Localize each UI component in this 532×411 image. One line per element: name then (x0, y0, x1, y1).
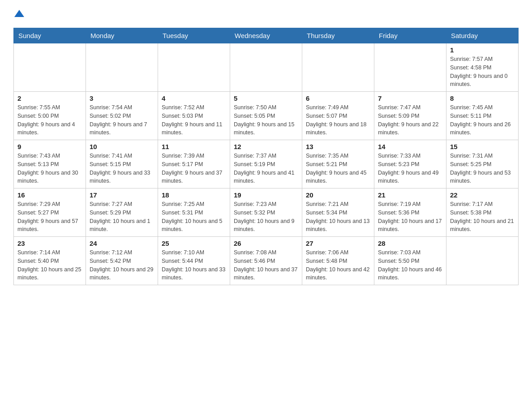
day-info: Sunrise: 7:06 AM Sunset: 5:48 PM Dayligh… (306, 248, 370, 282)
day-number: 24 (90, 240, 154, 247)
calendar-cell: 4Sunrise: 7:52 AM Sunset: 5:03 PM Daylig… (158, 92, 230, 140)
calendar-cell: 10Sunrise: 7:41 AM Sunset: 5:15 PM Dayli… (86, 140, 158, 188)
weekday-header-friday: Friday (374, 28, 446, 43)
day-number: 9 (17, 143, 82, 150)
logo (13, 9, 24, 21)
day-info: Sunrise: 7:43 AM Sunset: 5:13 PM Dayligh… (17, 152, 82, 185)
day-info: Sunrise: 7:37 AM Sunset: 5:19 PM Dayligh… (234, 152, 298, 185)
day-info: Sunrise: 7:54 AM Sunset: 5:02 PM Dayligh… (90, 103, 154, 137)
calendar-week-3: 9Sunrise: 7:43 AM Sunset: 5:13 PM Daylig… (14, 140, 519, 188)
calendar-cell: 28Sunrise: 7:03 AM Sunset: 5:50 PM Dayli… (374, 237, 446, 285)
calendar-cell: 12Sunrise: 7:37 AM Sunset: 5:19 PM Dayli… (230, 140, 302, 188)
day-info: Sunrise: 7:49 AM Sunset: 5:07 PM Dayligh… (306, 103, 370, 137)
day-info: Sunrise: 7:39 AM Sunset: 5:17 PM Dayligh… (162, 152, 226, 185)
calendar-cell: 21Sunrise: 7:19 AM Sunset: 5:36 PM Dayli… (374, 188, 446, 237)
day-number: 23 (17, 240, 82, 247)
calendar-cell: 5Sunrise: 7:50 AM Sunset: 5:05 PM Daylig… (230, 92, 302, 140)
day-number: 12 (234, 143, 298, 150)
calendar-cell: 25Sunrise: 7:10 AM Sunset: 5:44 PM Dayli… (158, 237, 230, 285)
calendar-cell: 17Sunrise: 7:27 AM Sunset: 5:29 PM Dayli… (86, 188, 158, 237)
day-number: 18 (162, 191, 226, 199)
day-number: 16 (17, 191, 82, 199)
day-info: Sunrise: 7:52 AM Sunset: 5:03 PM Dayligh… (162, 103, 226, 137)
day-number: 28 (378, 240, 442, 247)
day-info: Sunrise: 7:10 AM Sunset: 5:44 PM Dayligh… (162, 248, 226, 282)
day-number: 4 (162, 94, 226, 102)
day-number: 21 (378, 191, 442, 199)
day-number: 19 (234, 191, 298, 199)
svg-marker-0 (14, 10, 24, 17)
calendar-cell: 8Sunrise: 7:45 AM Sunset: 5:11 PM Daylig… (446, 92, 519, 140)
calendar-cell: 15Sunrise: 7:31 AM Sunset: 5:25 PM Dayli… (446, 140, 519, 188)
calendar-cell: 3Sunrise: 7:54 AM Sunset: 5:02 PM Daylig… (86, 92, 158, 140)
day-info: Sunrise: 7:21 AM Sunset: 5:34 PM Dayligh… (306, 200, 370, 234)
calendar-cell: 23Sunrise: 7:14 AM Sunset: 5:40 PM Dayli… (14, 237, 86, 285)
calendar-cell: 20Sunrise: 7:21 AM Sunset: 5:34 PM Dayli… (302, 188, 374, 237)
calendar-cell: 1Sunrise: 7:57 AM Sunset: 4:58 PM Daylig… (446, 43, 519, 92)
calendar-cell: 27Sunrise: 7:06 AM Sunset: 5:48 PM Dayli… (302, 237, 374, 285)
calendar-cell: 7Sunrise: 7:47 AM Sunset: 5:09 PM Daylig… (374, 92, 446, 140)
day-info: Sunrise: 7:45 AM Sunset: 5:11 PM Dayligh… (450, 103, 515, 137)
day-info: Sunrise: 7:17 AM Sunset: 5:38 PM Dayligh… (450, 200, 515, 234)
day-info: Sunrise: 7:03 AM Sunset: 5:50 PM Dayligh… (378, 248, 442, 282)
day-info: Sunrise: 7:55 AM Sunset: 5:00 PM Dayligh… (17, 103, 82, 137)
calendar-cell: 9Sunrise: 7:43 AM Sunset: 5:13 PM Daylig… (14, 140, 86, 188)
day-number: 26 (234, 240, 298, 247)
day-number: 15 (450, 143, 515, 150)
day-number: 2 (17, 94, 82, 102)
calendar-week-4: 16Sunrise: 7:29 AM Sunset: 5:27 PM Dayli… (14, 188, 519, 237)
weekday-header-wednesday: Wednesday (230, 28, 302, 43)
weekday-header-saturday: Saturday (446, 28, 519, 43)
day-number: 10 (90, 143, 154, 150)
calendar-cell: 2Sunrise: 7:55 AM Sunset: 5:00 PM Daylig… (14, 92, 86, 140)
day-info: Sunrise: 7:25 AM Sunset: 5:31 PM Dayligh… (162, 200, 226, 234)
calendar-cell (446, 237, 519, 285)
weekday-header-sunday: Sunday (14, 28, 86, 43)
calendar-week-1: 1Sunrise: 7:57 AM Sunset: 4:58 PM Daylig… (14, 43, 519, 92)
day-number: 25 (162, 240, 226, 247)
day-number: 1 (450, 46, 515, 54)
day-number: 7 (378, 94, 442, 102)
day-number: 3 (90, 94, 154, 102)
day-info: Sunrise: 7:08 AM Sunset: 5:46 PM Dayligh… (234, 248, 298, 282)
day-number: 13 (306, 143, 370, 150)
day-info: Sunrise: 7:33 AM Sunset: 5:23 PM Dayligh… (378, 152, 442, 185)
calendar-cell (14, 43, 86, 92)
day-number: 14 (378, 143, 442, 150)
day-info: Sunrise: 7:23 AM Sunset: 5:32 PM Dayligh… (234, 200, 298, 234)
calendar-cell: 16Sunrise: 7:29 AM Sunset: 5:27 PM Dayli… (14, 188, 86, 237)
calendar-cell: 26Sunrise: 7:08 AM Sunset: 5:46 PM Dayli… (230, 237, 302, 285)
calendar-cell (374, 43, 446, 92)
weekday-header-tuesday: Tuesday (158, 28, 230, 43)
day-info: Sunrise: 7:50 AM Sunset: 5:05 PM Dayligh… (234, 103, 298, 137)
calendar-cell: 11Sunrise: 7:39 AM Sunset: 5:17 PM Dayli… (158, 140, 230, 188)
calendar-cell: 18Sunrise: 7:25 AM Sunset: 5:31 PM Dayli… (158, 188, 230, 237)
calendar-cell: 13Sunrise: 7:35 AM Sunset: 5:21 PM Dayli… (302, 140, 374, 188)
day-info: Sunrise: 7:35 AM Sunset: 5:21 PM Dayligh… (306, 152, 370, 185)
day-number: 20 (306, 191, 370, 199)
day-number: 17 (90, 191, 154, 199)
day-number: 27 (306, 240, 370, 247)
day-info: Sunrise: 7:47 AM Sunset: 5:09 PM Dayligh… (378, 103, 442, 137)
day-number: 5 (234, 94, 298, 102)
calendar-cell: 19Sunrise: 7:23 AM Sunset: 5:32 PM Dayli… (230, 188, 302, 237)
weekday-header-thursday: Thursday (302, 28, 374, 43)
day-number: 11 (162, 143, 226, 150)
page-header (13, 9, 519, 21)
day-info: Sunrise: 7:41 AM Sunset: 5:15 PM Dayligh… (90, 152, 154, 185)
day-info: Sunrise: 7:31 AM Sunset: 5:25 PM Dayligh… (450, 152, 515, 185)
day-info: Sunrise: 7:29 AM Sunset: 5:27 PM Dayligh… (17, 200, 82, 234)
weekday-header-monday: Monday (86, 28, 158, 43)
day-number: 6 (306, 94, 370, 102)
day-info: Sunrise: 7:14 AM Sunset: 5:40 PM Dayligh… (17, 248, 82, 282)
calendar-week-2: 2Sunrise: 7:55 AM Sunset: 5:00 PM Daylig… (14, 92, 519, 140)
calendar-cell (158, 43, 230, 92)
calendar-cell (86, 43, 158, 92)
day-info: Sunrise: 7:57 AM Sunset: 4:58 PM Dayligh… (450, 55, 515, 89)
day-info: Sunrise: 7:27 AM Sunset: 5:29 PM Dayligh… (90, 200, 154, 234)
calendar-table: SundayMondayTuesdayWednesdayThursdayFrid… (13, 28, 519, 285)
calendar-cell (302, 43, 374, 92)
logo-triangle-icon (14, 9, 24, 19)
calendar-cell: 6Sunrise: 7:49 AM Sunset: 5:07 PM Daylig… (302, 92, 374, 140)
day-info: Sunrise: 7:19 AM Sunset: 5:36 PM Dayligh… (378, 200, 442, 234)
